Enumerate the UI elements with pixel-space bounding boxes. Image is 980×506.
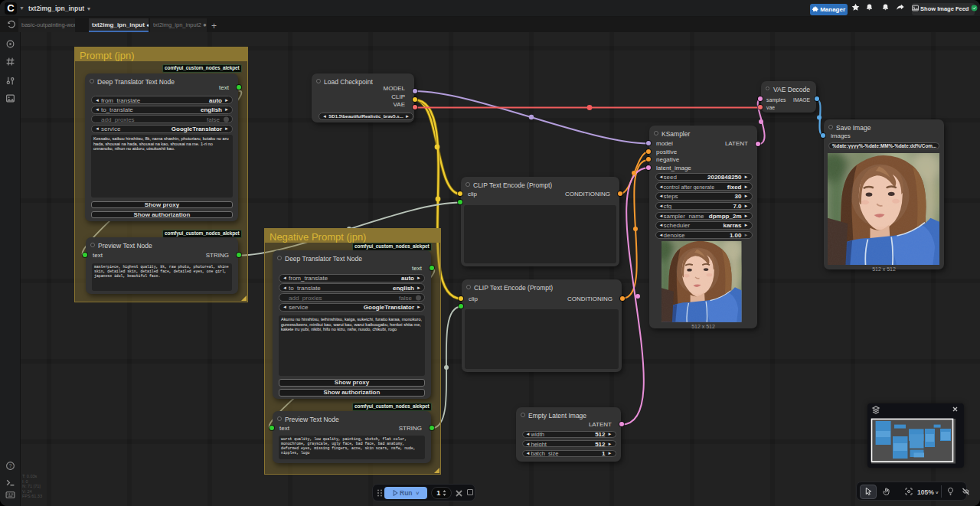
svg-text:?: ?	[9, 463, 12, 468]
